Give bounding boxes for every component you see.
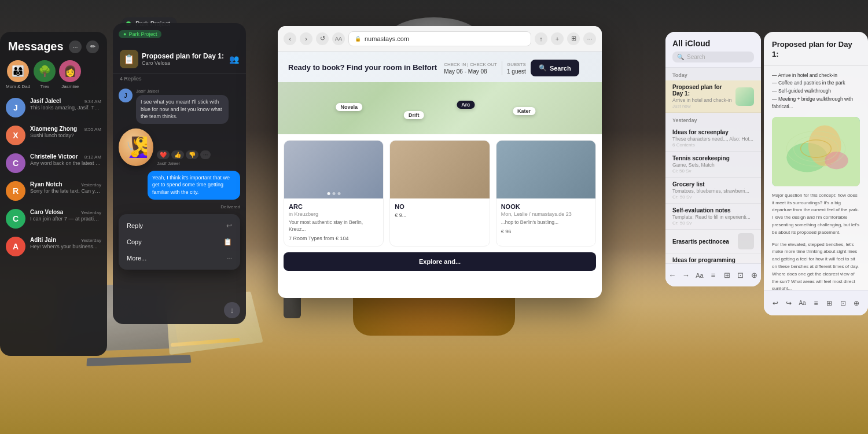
doc-item-1: — Arrive in hotel and check-in <box>772 72 860 80</box>
project-tag-dot: ● <box>123 31 126 37</box>
avatar-xiaomeng: X <box>6 126 25 145</box>
avatar-jasif: J <box>6 98 25 117</box>
conversation-xiaomeng[interactable]: X Xiaomeng Zhong 8:55 AM Sushi lunch tod… <box>0 122 107 149</box>
hotel-name-arc: ARC <box>289 203 378 210</box>
chat-sender-label-2: Jasif Jaleel <box>157 161 211 166</box>
msg-name-aditi: Aditi Jain <box>30 237 56 243</box>
doc-redo-button[interactable]: ↪ <box>782 296 795 310</box>
messages-header: Messages ··· ✏ <box>0 32 107 58</box>
context-reply[interactable]: Reply ↩ <box>119 218 240 234</box>
msg-time-christelle: 8:12 AM <box>84 155 101 160</box>
icloud-toolbar: ← → Aa ≡ ⊞ ⊡ ⊕ <box>665 263 761 286</box>
icloud-search-bar[interactable]: 🔍 Search <box>672 52 754 62</box>
doc-table-button[interactable]: ⊞ <box>823 296 836 310</box>
icloud-note-tennis[interactable]: Tennis scorekeeping Game, Sets, Match Cl… <box>665 152 761 178</box>
reaction-heart[interactable]: ❤️ <box>157 150 170 159</box>
doc-body-text-1: Major question for this concept: how doe… <box>772 192 860 237</box>
group-members-icon[interactable]: 👥 <box>229 54 239 64</box>
avatar-trev[interactable]: 🌳 Trev <box>34 60 56 89</box>
icloud-search-placeholder: Search <box>687 54 705 60</box>
note-preview-self-eval: Template: Read to fill in experienti... <box>672 214 754 220</box>
hotel-info-nook: NOOK Mon, Leslie / numastays.de 23 ...ho… <box>496 198 595 239</box>
map-pin-novela[interactable]: Novela <box>336 103 362 111</box>
context-more-label: More... <box>127 255 146 262</box>
note-title-programming: Ideas for programming <box>672 257 754 263</box>
conversation-jasif[interactable]: J Jasif Jaleel 9:34 AM This looks amazin… <box>0 94 107 122</box>
browser-more-button[interactable]: ··· <box>583 32 596 45</box>
doc-more-button[interactable]: ⊕ <box>850 296 863 310</box>
desk-laptop-base <box>87 355 192 366</box>
msg-time-aditi: Yesterday <box>81 238 101 243</box>
chat-message-jasif: J Jasif Jaleel I see what you mean! I'll… <box>119 89 240 124</box>
conversation-christelle[interactable]: C Christelle Victoor 8:12 AM Any word ba… <box>0 149 107 177</box>
avatar-jasmine[interactable]: 👩 Jasmine <box>59 60 81 89</box>
msg-time-ryan: Yesterday <box>81 182 101 187</box>
reaction-more[interactable]: ··· <box>200 150 211 159</box>
avatar-ryan: R <box>6 181 25 201</box>
icloud-note-erasartis[interactable]: Erasartis pectinocea <box>665 230 761 253</box>
icloud-note-day1[interactable]: Proposed plan for Day 1: Arrive in hotel… <box>665 80 761 113</box>
icloud-media-button[interactable]: ⊡ <box>734 267 748 284</box>
messages-compose-button[interactable]: ✏ <box>86 41 99 53</box>
note-title-day1: Proposed plan for Day 1: <box>672 84 732 97</box>
doc-media-button[interactable]: ⊡ <box>836 296 849 310</box>
icloud-note-screenplay[interactable]: Ideas for screenplay These characters ne… <box>665 126 761 152</box>
doc-font-button[interactable]: Aa <box>796 296 809 310</box>
explore-button[interactable]: Explore and... <box>284 252 596 271</box>
reader-mode-button[interactable]: AA <box>332 32 345 45</box>
doc-undo-button[interactable]: ↩ <box>768 296 782 310</box>
icloud-note-grocery[interactable]: Grocery list Tomatoes, blueberries, stra… <box>665 178 761 204</box>
icloud-list-button[interactable]: ≡ <box>707 267 720 284</box>
map-pin-drift[interactable]: Drift <box>404 111 424 119</box>
search-divider <box>502 61 502 75</box>
icloud-more-button[interactable]: ⊕ <box>747 267 761 284</box>
hotel-card-nook[interactable]: NOOK Mon, Leslie / numastays.de 23 ...ho… <box>496 140 596 247</box>
icloud-forward-button[interactable]: → <box>679 267 693 284</box>
conversation-ryan[interactable]: R Ryan Notch Yesterday Sorry for the lat… <box>0 177 107 205</box>
conversation-caro[interactable]: C Caro Velosa Yesterday I can join after… <box>0 205 107 233</box>
msg-time-jasif: 9:34 AM <box>84 99 101 104</box>
icloud-panel: All iCloud 🔍 Search Today Proposed plan … <box>665 32 761 286</box>
browser-add-tab-button[interactable]: + <box>551 32 564 45</box>
icloud-back-button[interactable]: ← <box>665 267 679 284</box>
map-pin-kater[interactable]: Kater <box>513 107 535 115</box>
memoji-avatar: 🧏‍♀️ <box>119 128 153 166</box>
checkin-field[interactable]: Check In | Check Out May 06 - May 08 <box>444 62 497 75</box>
browser-reload-button[interactable]: ↺ <box>316 32 329 45</box>
note-meta-screenplay: 6 Contents <box>672 142 754 148</box>
msg-preview-jasif: This looks amazing, Jasif. Thanks for tu… <box>30 105 101 111</box>
icloud-font-button[interactable]: Aa <box>693 267 707 284</box>
doc-panel: Proposed plan for Day 1: — Arrive in hot… <box>764 32 868 315</box>
icloud-table-button[interactable]: ⊞ <box>720 267 734 284</box>
map-pin-arc[interactable]: Arc <box>457 101 475 109</box>
doc-list-button[interactable]: ≡ <box>809 296 822 310</box>
guests-field[interactable]: Guests 1 guest <box>507 62 526 75</box>
browser-forward-button[interactable]: › <box>300 32 312 45</box>
reaction-thumbsdown[interactable]: 👎 <box>186 150 198 159</box>
icloud-note-self-eval[interactable]: Self-evaluation notes Template: Read to … <box>665 204 761 230</box>
doc-image-svg <box>772 117 860 186</box>
avatar-mom-dad[interactable]: 👨‍👩‍👦 Mom & Dad <box>6 60 30 89</box>
conversation-aditi[interactable]: A Aditi Jain Yesterday Hey! When's your … <box>0 233 107 260</box>
hotel-price-nook: € 96 <box>501 229 591 234</box>
browser-back-button[interactable]: ‹ <box>284 32 296 45</box>
browser-share-button[interactable]: ↑ <box>535 32 547 45</box>
messages-more-button[interactable]: ··· <box>69 41 82 53</box>
icloud-header: All iCloud 🔍 Search <box>665 32 761 68</box>
booking-search-button[interactable]: 🔍 Search <box>531 60 579 76</box>
context-copy[interactable]: Copy 📋 <box>119 234 240 250</box>
chat-message-area: J Jasif Jaleel I see what you mean! I'll… <box>113 84 246 324</box>
hotel-card-arc[interactable]: ARC in Kreuzberg Your most authentic sta… <box>284 140 384 247</box>
reaction-thumbsup[interactable]: 👍 <box>171 150 184 159</box>
hotel-card-no[interactable]: NO € 9... <box>389 140 490 247</box>
own-message-row: Yeah, I think it's important that we get… <box>119 171 240 200</box>
browser-url-bar[interactable]: 🔒 numastays.com <box>348 31 531 46</box>
browser-tabs-button[interactable]: ⊞ <box>567 32 580 45</box>
search-icon: 🔍 <box>539 64 547 72</box>
scroll-to-bottom-button[interactable]: ↓ <box>224 302 240 318</box>
context-more[interactable]: More... ··· <box>119 250 240 266</box>
msg-content-aditi: Aditi Jain Yesterday Hey! When's your bu… <box>30 237 101 249</box>
hotel-info-arc: ARC in Kreuzberg Your most authentic sta… <box>284 198 383 246</box>
chat-text-jasif: I see what you mean! I'll stick with blu… <box>141 98 224 120</box>
doc-header: Proposed plan for Day 1: <box>764 32 868 66</box>
